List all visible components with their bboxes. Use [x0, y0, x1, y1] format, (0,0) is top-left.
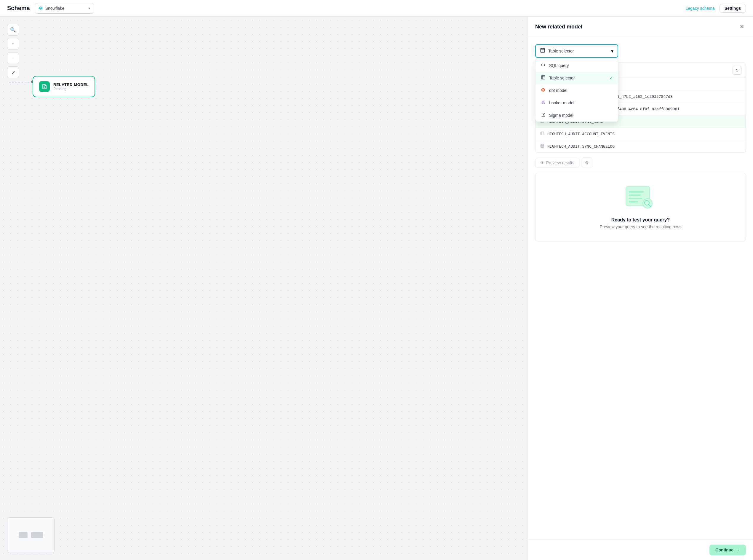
svg-point-5	[543, 89, 544, 91]
svg-point-7	[542, 103, 543, 104]
preview-ready-subtitle: Preview your query to see the resulting …	[600, 224, 681, 229]
zoom-in-icon: +	[12, 41, 14, 46]
gear-icon: ⚙	[585, 160, 589, 165]
svg-rect-2	[541, 48, 545, 53]
dropdown-label-looker: Looker model	[549, 100, 574, 105]
chevron-down-icon: ▾	[88, 6, 90, 11]
dropdown-item-sql-query[interactable]: SQL query	[535, 59, 618, 72]
panel-body: Table selector ▾ SQL query	[528, 37, 753, 540]
mini-map-node-2	[31, 532, 43, 538]
svg-line-10	[543, 102, 544, 103]
dropdown-item-table-selector[interactable]: Table selector ✓	[535, 72, 618, 84]
legacy-schema-link[interactable]: Legacy schema	[686, 6, 715, 11]
node-icon	[39, 81, 50, 92]
refresh-icon: ↻	[735, 68, 739, 73]
search-canvas-button[interactable]: 🔍	[7, 24, 19, 36]
svg-rect-19	[629, 195, 641, 196]
looker-icon	[540, 100, 546, 106]
table-icon	[540, 75, 546, 81]
selector-chevron-icon: ▾	[611, 48, 613, 54]
svg-rect-20	[629, 198, 642, 199]
selector-label: Table selector	[548, 48, 608, 53]
preview-results-button[interactable]: 👁 Preview results	[535, 158, 579, 168]
dropdown-label-dbt: dbt model	[549, 88, 567, 93]
canvas-area: 🔍 + − ⤢ RELATED MODEL Pending...	[0, 17, 753, 560]
close-panel-button[interactable]: ✕	[738, 22, 746, 31]
mini-map-node-1	[19, 532, 27, 538]
preview-label: Preview results	[546, 160, 574, 165]
table-row-icon	[540, 131, 544, 136]
refresh-button[interactable]: ↻	[733, 66, 741, 75]
table-selector-trigger[interactable]: Table selector ▾	[535, 44, 618, 58]
svg-rect-16	[541, 144, 544, 148]
query-illustration	[624, 185, 657, 212]
connector-label: Snowflake	[45, 6, 86, 11]
dropdown-label-sigma: Sigma model	[549, 113, 573, 118]
continue-label: Continue	[715, 547, 733, 552]
nav-right: Legacy schema Settings	[686, 4, 746, 13]
related-model-node[interactable]: RELATED MODEL Pending...	[33, 76, 95, 97]
svg-point-8	[544, 103, 545, 104]
zoom-out-button[interactable]: −	[7, 52, 19, 64]
code-icon	[540, 63, 546, 68]
search-icon: 🔍	[10, 27, 16, 33]
connector-selector[interactable]: ❄ Snowflake ▾	[35, 3, 94, 14]
canvas-controls: 🔍 + − ⤢	[7, 24, 19, 78]
sigma-icon	[540, 112, 546, 118]
dbt-icon	[540, 87, 546, 93]
eye-icon: 👁	[540, 160, 544, 165]
side-panel: New related model ✕ Table selector ▾	[528, 17, 753, 560]
dropdown-item-dbt-model[interactable]: dbt model	[535, 84, 618, 97]
svg-point-6	[543, 101, 544, 102]
svg-rect-21	[629, 201, 638, 202]
svg-rect-3	[542, 76, 545, 79]
preview-ready-title: Ready to test your query?	[611, 217, 670, 223]
zoom-out-icon: −	[12, 56, 14, 61]
table-row[interactable]: HIGHTECH_AUDIT.ACCOUNT_EVENTS	[535, 128, 746, 140]
dropdown-label-table: Table selector	[549, 76, 575, 80]
config-button[interactable]: ⚙	[582, 157, 592, 168]
dropdown-item-sigma[interactable]: Sigma model	[535, 109, 618, 122]
arrow-right-icon: →	[736, 547, 740, 552]
node-title: RELATED MODEL	[53, 82, 88, 87]
node-subtitle: Pending...	[53, 87, 88, 91]
svg-rect-18	[629, 191, 644, 193]
dropdown-label-sql: SQL query	[549, 63, 569, 68]
panel-title: New related model	[535, 24, 582, 30]
dropdown-item-looker[interactable]: Looker model	[535, 97, 618, 109]
table-row[interactable]: HIGHTECH_AUDIT.SYNC_CHANGELOG	[535, 140, 746, 153]
snowflake-icon: ❄	[39, 5, 43, 12]
node-text: RELATED MODEL Pending...	[53, 82, 88, 91]
svg-rect-15	[541, 132, 544, 135]
connector-line	[9, 82, 33, 82]
svg-line-9	[542, 102, 543, 103]
top-navigation: Schema ❄ Snowflake ▾ Legacy schema Setti…	[0, 0, 753, 17]
mini-map-inner	[7, 518, 54, 553]
check-icon: ✓	[610, 76, 613, 80]
preview-area: Ready to test your query? Preview your q…	[535, 173, 746, 241]
expand-icon: ⤢	[11, 70, 15, 75]
table-row-icon	[540, 144, 544, 149]
selector-dropdown: SQL query Table selector ✓	[535, 59, 618, 122]
brand-title: Schema	[7, 5, 30, 12]
zoom-in-button[interactable]: +	[7, 38, 19, 50]
continue-button[interactable]: Continue →	[709, 545, 746, 555]
table-selector-icon	[540, 48, 545, 54]
settings-button[interactable]: Settings	[719, 4, 746, 13]
panel-header: New related model ✕	[528, 17, 753, 37]
expand-button[interactable]: ⤢	[7, 66, 19, 78]
nav-left: Schema ❄ Snowflake ▾	[7, 3, 94, 14]
panel-footer: Continue →	[528, 540, 753, 560]
table-name: HIGHTECH_AUDIT.SYNC_CHANGELOG	[547, 144, 615, 148]
table-name: HIGHTECH_AUDIT.ACCOUNT_EVENTS	[547, 132, 615, 136]
mini-map	[7, 517, 55, 553]
selector-wrapper: Table selector ▾ SQL query	[535, 44, 746, 58]
